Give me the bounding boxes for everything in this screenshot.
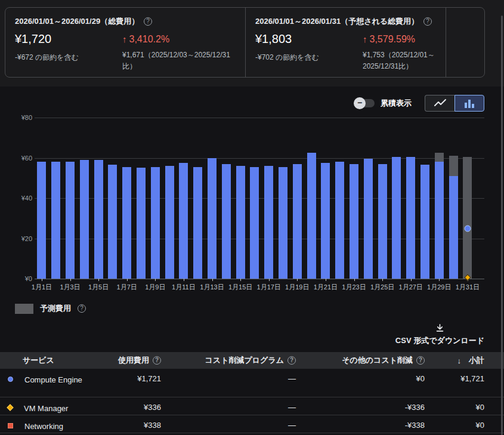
cost-bar-day-16[interactable] bbox=[250, 167, 259, 279]
bar-chart-button[interactable] bbox=[454, 95, 484, 112]
cost-bar-day-19[interactable] bbox=[293, 164, 302, 279]
circle-series-icon bbox=[8, 377, 13, 382]
y-tick-label: ¥0 bbox=[25, 275, 32, 282]
total-cost-title: 2026/01/01～2026/01/29（総費用） bbox=[15, 16, 139, 27]
total-cost-comparison: ¥1,671（2025/12/03～2025/12/31比） bbox=[122, 50, 236, 72]
cost-bar-day-23[interactable] bbox=[350, 164, 358, 279]
x-tick-label: 1月25日 bbox=[370, 283, 394, 292]
x-tick bbox=[411, 279, 412, 281]
x-tick bbox=[354, 279, 355, 281]
cost-bar-day-20[interactable] bbox=[307, 153, 316, 279]
help-icon[interactable]: ? bbox=[416, 356, 425, 365]
subtotal-value: ¥0 bbox=[425, 421, 484, 430]
x-tick-label: 1月15日 bbox=[228, 283, 252, 292]
cost-bar-day-30[interactable] bbox=[449, 176, 458, 279]
subtotal-value: ¥0 bbox=[425, 403, 484, 412]
cost-bar-day-14[interactable] bbox=[222, 164, 231, 279]
circle-marker[interactable] bbox=[464, 225, 471, 232]
help-icon[interactable]: ? bbox=[78, 304, 86, 313]
vertical-scrollbar[interactable] bbox=[501, 16, 503, 435]
csv-download-label: CSV 形式でダウンロード bbox=[395, 335, 484, 346]
x-tick-label: 1月21日 bbox=[314, 283, 338, 292]
csv-download-button[interactable]: CSV 形式でダウンロード bbox=[395, 323, 484, 346]
x-tick-label: 1月17日 bbox=[257, 283, 281, 292]
cost-bar-day-8[interactable] bbox=[137, 168, 146, 279]
help-icon[interactable]: ? bbox=[423, 17, 432, 26]
help-icon[interactable]: ? bbox=[144, 17, 152, 26]
cost-bar-day-24[interactable] bbox=[364, 159, 373, 279]
cost-program-value: — bbox=[161, 403, 296, 412]
cost-bar-day-2[interactable] bbox=[51, 162, 60, 279]
cost-bar-day-17[interactable] bbox=[264, 166, 273, 279]
y-tick-label: ¥20 bbox=[21, 235, 32, 242]
col-usage: 使用費用? bbox=[89, 355, 161, 366]
cost-bar-day-27[interactable] bbox=[406, 157, 415, 279]
help-icon[interactable]: ? bbox=[153, 356, 161, 365]
forecast-bar-day-29[interactable] bbox=[435, 153, 444, 162]
forecast-cost-metric: 2026/01/01～2026/01/31（予想される総費用） ? ¥1,803… bbox=[245, 8, 446, 77]
cost-bar-day-29[interactable] bbox=[435, 162, 444, 279]
line-chart-icon bbox=[434, 98, 447, 108]
cost-bar-day-9[interactable] bbox=[151, 167, 160, 279]
cost-bar-day-11[interactable] bbox=[179, 163, 188, 279]
cost-bar-day-15[interactable] bbox=[236, 166, 245, 279]
total-cost-value: ¥1,720 bbox=[15, 32, 122, 46]
forecast-cost-savings: -¥702 の節約を含む bbox=[255, 53, 363, 63]
cost-bar-day-28[interactable] bbox=[420, 165, 429, 279]
y-tick-label: ¥40 bbox=[21, 195, 32, 202]
forecast-legend-label: 予測費用 bbox=[40, 303, 71, 314]
cost-bar-day-1[interactable] bbox=[37, 162, 46, 279]
x-tick-label: 1月9日 bbox=[145, 283, 165, 292]
chart-controls: − 累積表示 bbox=[355, 95, 484, 112]
total-cost-metric: 2026/01/01～2026/01/29（総費用） ? ¥1,720 -¥67… bbox=[5, 8, 245, 77]
service-name: Networking bbox=[24, 421, 86, 433]
other-reduction-value: -¥336 bbox=[296, 403, 425, 412]
forecast-cost-change: ↑3,579.59% bbox=[363, 34, 436, 45]
cumulative-toggle[interactable]: − 累積表示 bbox=[355, 98, 412, 109]
up-arrow-icon: ↑ bbox=[363, 34, 367, 44]
x-tick-label: 1月27日 bbox=[399, 283, 423, 292]
forecast-cost-value: ¥1,803 bbox=[255, 32, 363, 46]
y-tick-label: ¥60 bbox=[21, 155, 32, 162]
x-tick-label: 1月11日 bbox=[172, 283, 196, 292]
cost-bar-day-3[interactable] bbox=[66, 162, 75, 279]
cost-bar-day-22[interactable] bbox=[335, 162, 344, 279]
table-row-networking: Networking¥338—-¥338¥0 bbox=[0, 415, 504, 433]
cost-bar-day-21[interactable] bbox=[321, 163, 330, 279]
forecast-cost-title: 2026/01/01～2026/01/31（予想される総費用） bbox=[255, 16, 419, 27]
cost-bar-day-5[interactable] bbox=[94, 160, 103, 279]
cost-bar-day-12[interactable] bbox=[193, 167, 202, 279]
service-name: Compute Engine bbox=[24, 374, 86, 386]
x-tick bbox=[212, 279, 213, 281]
x-tick-label: 1月7日 bbox=[117, 283, 137, 292]
help-icon[interactable]: ? bbox=[287, 356, 296, 365]
x-tick-label: 1月13日 bbox=[200, 283, 224, 292]
cost-bar-day-13[interactable] bbox=[208, 158, 217, 279]
x-tick bbox=[240, 279, 241, 281]
forecast-bar-day-30[interactable] bbox=[449, 156, 458, 176]
line-chart-button[interactable] bbox=[425, 95, 454, 112]
x-tick bbox=[326, 279, 326, 281]
x-tick-label: 1月3日 bbox=[60, 283, 80, 292]
x-tick bbox=[127, 279, 128, 281]
cost-bar-day-26[interactable] bbox=[392, 157, 401, 279]
empty-metric-section bbox=[446, 8, 484, 77]
x-tick bbox=[184, 279, 184, 281]
table-row-vm-manager: VM Manager¥336—-¥336¥0 bbox=[0, 397, 504, 415]
cost-bar-day-4[interactable] bbox=[80, 160, 89, 279]
cost-bar-day-7[interactable] bbox=[122, 167, 131, 279]
toggle-switch-icon[interactable]: − bbox=[355, 99, 375, 107]
cost-bar-day-10[interactable] bbox=[165, 166, 174, 279]
cost-bar-day-6[interactable] bbox=[108, 165, 117, 279]
cost-bar-day-18[interactable] bbox=[279, 167, 287, 279]
cost-bar-chart: 1月1日1月3日1月5日1月7日1月9日1月11日1月13日1月15日1月17日… bbox=[35, 118, 484, 279]
square-series-icon bbox=[8, 423, 13, 428]
gridline bbox=[35, 118, 484, 118]
cost-bar-day-25[interactable] bbox=[378, 164, 387, 279]
x-tick bbox=[42, 279, 42, 281]
forecast-legend: 予測費用 ? bbox=[15, 303, 86, 314]
cumulative-toggle-label: 累積表示 bbox=[381, 98, 412, 109]
y-tick-label: ¥80 bbox=[21, 114, 32, 121]
col-subtotal[interactable]: ↓小計 bbox=[425, 355, 484, 366]
forecast-bar-day-31[interactable] bbox=[463, 157, 472, 279]
